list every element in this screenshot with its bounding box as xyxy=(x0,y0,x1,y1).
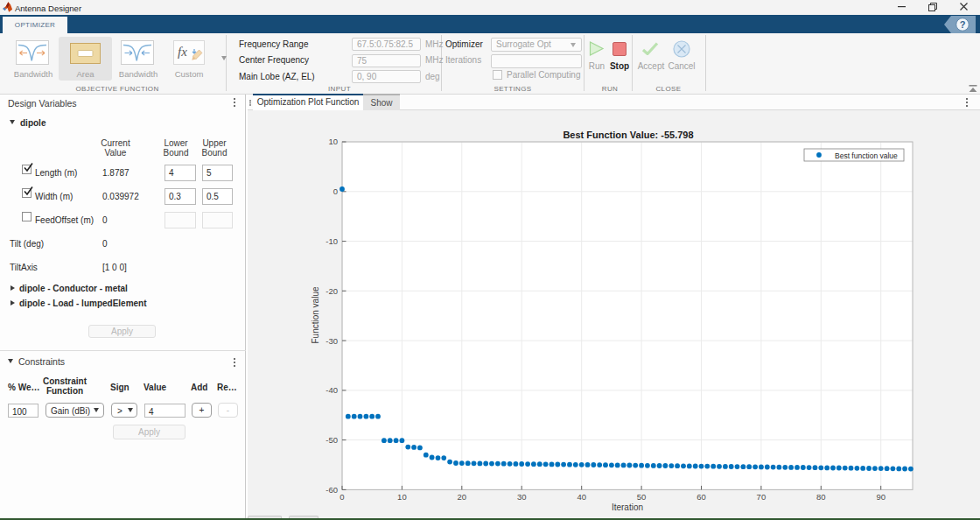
svg-text:90: 90 xyxy=(876,492,886,502)
svg-text:Best function value: Best function value xyxy=(835,151,898,160)
svg-text:Best Function Value: -55.798: Best Function Value: -55.798 xyxy=(563,130,693,140)
svg-text:50: 50 xyxy=(637,492,647,502)
svg-text:0: 0 xyxy=(333,186,338,196)
svg-text:-50: -50 xyxy=(326,435,338,445)
svg-text:-30: -30 xyxy=(326,336,338,346)
svg-text:60: 60 xyxy=(696,492,706,502)
svg-text:10: 10 xyxy=(397,492,407,502)
svg-text:70: 70 xyxy=(757,492,766,502)
svg-text:10: 10 xyxy=(328,137,338,146)
svg-text:30: 30 xyxy=(517,492,527,502)
svg-text:80: 80 xyxy=(816,492,826,502)
svg-text:-60: -60 xyxy=(326,485,338,495)
svg-text:-10: -10 xyxy=(326,236,338,246)
svg-text:40: 40 xyxy=(577,492,586,502)
svg-text:20: 20 xyxy=(458,492,467,502)
svg-text:Function value: Function value xyxy=(311,286,320,343)
svg-text:-20: -20 xyxy=(326,286,338,296)
svg-text:Iteration: Iteration xyxy=(612,502,643,512)
svg-text:0: 0 xyxy=(340,492,344,502)
svg-text:-40: -40 xyxy=(326,385,338,395)
